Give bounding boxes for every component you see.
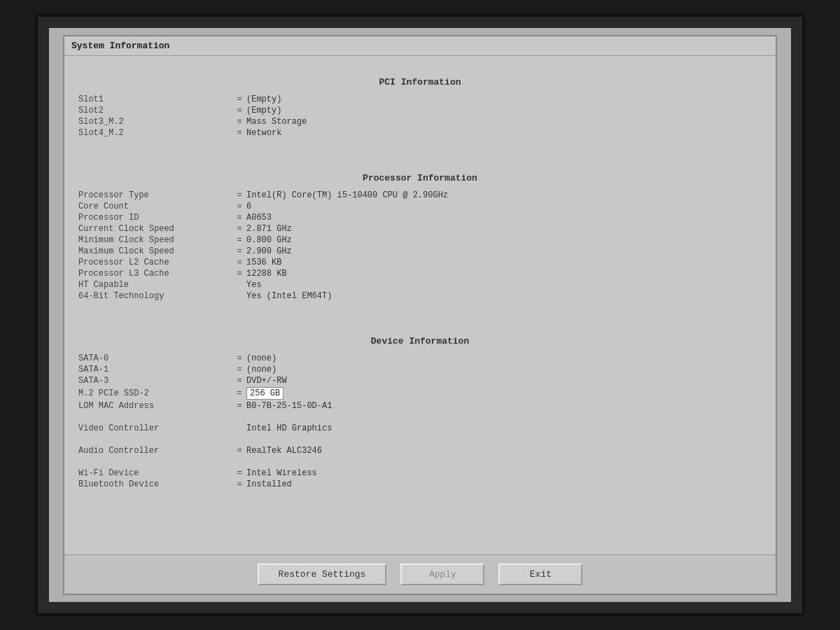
proc-row-type: Processor Type = Intel(R) Core(TM) i5-10… [78, 190, 762, 200]
proc-sep-type: = [232, 190, 246, 200]
proc-value-max-clock: 2.900 GHz [246, 246, 292, 256]
proc-sep-count: = [232, 202, 246, 211]
pci-label-slot3: Slot3_M.2 [78, 117, 232, 127]
spacer-1 [78, 145, 762, 159]
device-value-audio: RealTek ALC3246 [246, 446, 322, 456]
device-label-video: Video Controller [78, 424, 232, 433]
pci-sep-slot1: = [232, 94, 246, 104]
proc-label-min-clock: Minimum Clock Speed [78, 235, 232, 245]
restore-settings-button[interactable]: Restore Settings [258, 564, 387, 585]
device-label-sata0: SATA-0 [78, 354, 232, 363]
device-row-sata3: SATA-3 = DVD+/-RW [78, 376, 762, 386]
proc-label-l3: Processor L3 Cache [78, 269, 232, 279]
proc-row-max-clock: Maximum Clock Speed = 2.900 GHz [78, 246, 762, 256]
device-value-sata0: (none) [246, 354, 276, 363]
device-sep-sata3: = [232, 376, 246, 386]
proc-value-min-clock: 0.800 GHz [246, 235, 292, 245]
device-row-sata0: SATA-0 = (none) [78, 354, 762, 363]
proc-label-max-clock: Maximum Clock Speed [78, 246, 232, 256]
device-section-title: Device Information [78, 336, 762, 346]
pci-row-slot4: Slot4_M.2 = Network [78, 128, 762, 138]
device-label-sata1: SATA-1 [78, 365, 232, 374]
pci-info-table: Slot1 = (Empty) Slot2 = (Empty) Slot3_M.… [78, 94, 762, 138]
device-value-wifi: Intel Wireless [246, 468, 317, 478]
proc-label-current-clock: Current Clock Speed [78, 224, 232, 234]
device-value-bt: Installed [246, 479, 292, 489]
device-value-sata1: (none) [246, 365, 276, 374]
proc-sep-min-clock: = [232, 235, 246, 245]
device-sep-sata1: = [232, 365, 246, 374]
monitor-bezel: System Information PCI Information Slot1… [35, 14, 805, 616]
pci-value-slot3: Mass Storage [246, 117, 307, 127]
window-title: System Information [71, 41, 169, 51]
pci-value-slot4: Network [246, 128, 281, 138]
device-label-sata3: SATA-3 [78, 376, 232, 386]
proc-value-count: 6 [246, 202, 251, 211]
apply-button[interactable]: Apply [400, 564, 484, 585]
device-row-mac: LOM MAC Address = B0-7B-25-15-0D-A1 [78, 401, 762, 411]
device-row-sata1: SATA-1 = (none) [78, 365, 762, 374]
pci-sep-slot4: = [232, 128, 246, 138]
proc-row-min-clock: Minimum Clock Speed = 0.800 GHz [78, 235, 762, 245]
pci-sep-slot3: = [232, 117, 246, 127]
processor-section-title: Processor Information [78, 173, 762, 183]
pci-sep-slot2: = [232, 106, 246, 115]
pci-label-slot1: Slot1 [78, 94, 232, 104]
spacer-4 [78, 440, 762, 446]
exit-button[interactable]: Exit [498, 564, 582, 585]
proc-sep-current-clock: = [232, 224, 246, 234]
screen: System Information PCI Information Slot1… [49, 28, 791, 602]
device-label-mac: LOM MAC Address [78, 401, 232, 411]
device-row-wifi: Wi-Fi Device = Intel Wireless [78, 468, 762, 478]
device-sep-bt: = [232, 479, 246, 489]
pci-row-slot1: Slot1 = (Empty) [78, 94, 762, 104]
proc-value-l3: 12288 KB [246, 269, 287, 279]
proc-sep-l3: = [232, 269, 246, 279]
device-label-wifi: Wi-Fi Device [78, 468, 232, 478]
device-label-m2: M.2 PCIe SSD-2 [78, 388, 232, 398]
device-row-audio: Audio Controller = RealTek ALC3246 [78, 446, 762, 456]
device-sep-m2: = [232, 388, 246, 398]
bios-body: PCI Information Slot1 = (Empty) Slot2 = … [64, 56, 776, 554]
device-row-video: Video Controller Intel HD Graphics [78, 424, 762, 433]
device-extra-table: Video Controller Intel HD Graphics [78, 424, 762, 433]
device-audio-table: Audio Controller = RealTek ALC3246 [78, 446, 762, 456]
proc-value-id: A0653 [246, 213, 272, 223]
processor-info-table: Processor Type = Intel(R) Core(TM) i5-10… [78, 190, 762, 301]
proc-row-count: Core Count = 6 [78, 202, 762, 211]
device-sep-sata0: = [232, 354, 246, 363]
proc-value-l2: 1536 KB [246, 258, 281, 267]
proc-sep-id: = [232, 213, 246, 223]
proc-value-current-clock: 2.871 GHz [246, 224, 292, 234]
spacer-2 [78, 308, 762, 322]
pci-label-slot2: Slot2 [78, 106, 232, 115]
proc-row-current-clock: Current Clock Speed = 2.871 GHz [78, 224, 762, 234]
device-sep-mac: = [232, 401, 246, 411]
proc-row-id: Processor ID = A0653 [78, 213, 762, 223]
proc-row-64bit: 64-Bit Technology Yes (Intel EM64T) [78, 291, 762, 301]
device-value-sata3: DVD+/-RW [246, 376, 287, 386]
device-sep-wifi: = [232, 468, 246, 478]
bios-content-area[interactable]: PCI Information Slot1 = (Empty) Slot2 = … [64, 56, 776, 554]
proc-label-type: Processor Type [78, 190, 232, 200]
pci-row-slot2: Slot2 = (Empty) [78, 106, 762, 115]
spacer-3 [78, 418, 762, 424]
device-info-table: SATA-0 = (none) SATA-1 = (none) SATA-3 = [78, 354, 762, 411]
device-value-video: Intel HD Graphics [246, 424, 332, 433]
device-row-bt: Bluetooth Device = Installed [78, 479, 762, 489]
proc-sep-l2: = [232, 258, 246, 267]
device-value-m2: 256 GB [246, 387, 284, 400]
proc-value-64bit: Yes (Intel EM64T) [246, 291, 332, 301]
pci-value-slot1: (Empty) [246, 94, 281, 104]
proc-row-ht: HT Capable Yes [78, 280, 762, 290]
proc-label-ht: HT Capable [78, 280, 232, 290]
pci-section-title: PCI Information [78, 77, 762, 88]
proc-label-64bit: 64-Bit Technology [78, 291, 232, 301]
pci-value-slot2: (Empty) [246, 106, 281, 115]
proc-sep-max-clock: = [232, 246, 246, 256]
device-wireless-table: Wi-Fi Device = Intel Wireless Bluetooth … [78, 468, 762, 489]
pci-label-slot4: Slot4_M.2 [78, 128, 232, 138]
device-label-audio: Audio Controller [78, 446, 232, 456]
proc-row-l3: Processor L3 Cache = 12288 KB [78, 269, 762, 279]
spacer-6 [78, 496, 762, 510]
